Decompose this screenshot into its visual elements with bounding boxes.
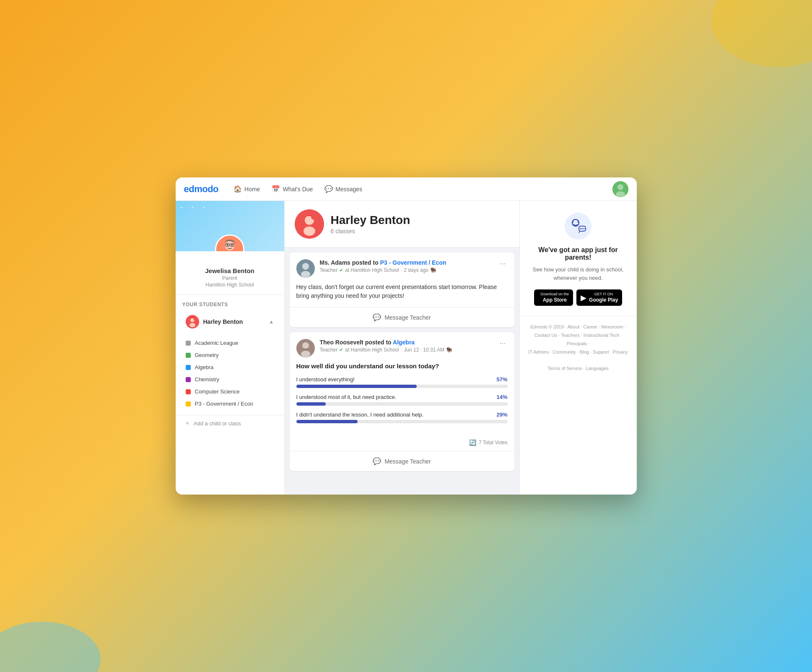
sidebar-avatar: [215, 234, 244, 251]
app-promo-desc: See how your child is doing in school, w…: [528, 266, 628, 282]
poll-bar-fill-3: [296, 420, 358, 423]
class-label-geometry: Geometry: [195, 352, 219, 358]
poll-option-2: I understood most of it, but need practi…: [296, 394, 508, 406]
post-title-1: Ms. Adams posted to P3 - Government / Ec…: [320, 259, 493, 266]
nav-link-home[interactable]: 🏠 Home: [228, 182, 265, 196]
app-store-name: App Store: [541, 297, 569, 304]
sidebar-section-students: Your Students Harley Benton ▲: [176, 294, 284, 335]
app-promo-icon: [565, 213, 591, 240]
footer-link-support[interactable]: Support: [593, 349, 609, 354]
message-icon-2: 💬: [373, 457, 381, 465]
app-promo: We've got an app just for parents! See h…: [520, 201, 637, 316]
google-play-badge[interactable]: ▶ GET IT ON Google Play: [576, 289, 622, 306]
posted-to-label-2: posted to: [365, 339, 393, 346]
svg-point-21: [301, 271, 310, 278]
class-item-academic-league[interactable]: Academic League: [182, 337, 278, 349]
poll-container: How well did you understand our lesson t…: [290, 362, 514, 436]
footer-link-about[interactable]: About: [567, 324, 579, 329]
teacher-school-2: at Hamilton High School: [345, 347, 399, 353]
svg-point-27: [578, 221, 579, 223]
footer-link-teachers[interactable]: Teachers: [561, 333, 580, 338]
calendar-icon: 📅: [272, 185, 280, 193]
post-time-2: Jun 12 · 10:31 AM: [404, 347, 444, 353]
user-avatar[interactable]: [612, 181, 628, 197]
poll-bar-track-2: [296, 402, 508, 406]
poll-option-row-2: I understood most of it, but need practi…: [296, 394, 508, 400]
poll-option-label-2: I understood most of it, but need practi…: [296, 394, 397, 400]
student-row-harley[interactable]: Harley Benton ▲: [182, 312, 278, 332]
profile-header-info: Harley Benton 6 classes: [331, 214, 410, 234]
app-store-sublabel: Download on the: [541, 292, 569, 297]
right-panel: We've got an app just for parents! See h…: [519, 201, 637, 495]
footer-link-itadmins[interactable]: IT Admins: [528, 349, 549, 354]
post-meta-1: Ms. Adams posted to P3 - Government / Ec…: [320, 259, 493, 273]
sidebar-username: Jewelisa Benton: [182, 267, 278, 274]
footer-link-languages[interactable]: Languages: [586, 366, 608, 371]
footer-link-principals[interactable]: Principals: [567, 341, 587, 346]
footer-link-instrtech[interactable]: Instructional Tech: [584, 333, 619, 338]
footer-link-community[interactable]: Community: [553, 349, 576, 354]
app-window: edmodo 🏠 Home 📅 What's Due 💬 Messages: [176, 177, 637, 495]
poll-option-row-3: I didn't understand the lesson, I need a…: [296, 412, 508, 418]
poll-option-label-1: I understood everything!: [296, 376, 355, 383]
teacher-name-1: Ms. Adams: [320, 259, 350, 266]
sidebar-school: Hamilton High School: [182, 282, 278, 288]
post-separator-1: ·: [401, 267, 402, 273]
poll-question: How well did you understand our lesson t…: [296, 362, 508, 370]
teacher-name-2: Theo Roosevelt: [320, 339, 363, 346]
nav-link-messages[interactable]: 💬 Messages: [319, 182, 367, 196]
footer-link-terms[interactable]: Terms of Service: [547, 366, 582, 371]
class-dot-chemistry: [186, 377, 191, 382]
post-avatar-theo: [296, 339, 315, 357]
post-card-1: Ms. Adams posted to P3 - Government / Ec…: [290, 253, 514, 327]
class-item-chemistry[interactable]: Chemistry: [182, 373, 278, 385]
footer-link-career[interactable]: Career: [583, 324, 597, 329]
student-avatar-small: [186, 315, 199, 328]
class-item-gov[interactable]: P3 - Government / Econ: [182, 398, 278, 410]
footer-link-newsroom[interactable]: Newsroom: [601, 324, 623, 329]
post-body-1: Hey class, don't forget our current even…: [290, 283, 514, 307]
class-dot-algebra: [186, 365, 191, 370]
app-store-badge[interactable]: Download on the App Store: [534, 289, 573, 306]
svg-point-24: [301, 351, 310, 357]
post-menu-1[interactable]: ···: [498, 259, 507, 268]
class-name-1: P3 - Government / Econ: [380, 259, 446, 266]
add-class-button[interactable]: + Add a child or class: [176, 415, 284, 431]
messages-icon: 💬: [324, 185, 333, 193]
svg-point-26: [573, 221, 574, 223]
add-class-label: Add a child or class: [194, 420, 241, 427]
class-label-academic: Academic League: [195, 340, 239, 346]
nav-link-home-label: Home: [244, 186, 260, 193]
poll-bar-fill-1: [296, 385, 417, 388]
post-menu-2[interactable]: ···: [498, 339, 507, 348]
profile-header-name: Harley Benton: [331, 214, 410, 227]
teacher-role-1: Teacher: [320, 267, 338, 273]
poll-option-pct-3: 29%: [496, 412, 507, 418]
class-item-cs[interactable]: Computer Science: [182, 385, 278, 398]
class-label-cs: Computer Science: [195, 388, 240, 395]
message-teacher-btn-1[interactable]: 💬 Message Teacher: [290, 307, 514, 327]
class-list: Academic League Geometry Algebra Chemist…: [176, 335, 284, 412]
teacher-role-2: Teacher: [320, 347, 338, 353]
profile-header-classes: 6 classes: [331, 228, 410, 234]
nav-link-whatsdue-label: What's Due: [283, 186, 313, 193]
footer-link-contact[interactable]: Contact Us: [534, 333, 557, 338]
class-item-geometry[interactable]: Geometry: [182, 349, 278, 361]
post-avatar-ms-adams: [296, 259, 315, 278]
svg-point-31: [584, 228, 585, 229]
google-play-sublabel: GET IT ON: [589, 292, 618, 297]
plus-icon: +: [186, 419, 189, 427]
message-teacher-btn-2[interactable]: 💬 Message Teacher: [290, 451, 514, 471]
svg-point-17: [304, 227, 315, 236]
footer-link-blog[interactable]: Blog: [580, 349, 589, 354]
class-item-algebra[interactable]: Algebra: [182, 361, 278, 373]
sidebar: Jewelisa Benton Parent Hamilton High Sch…: [176, 201, 285, 495]
student-name: Harley Benton: [203, 318, 265, 325]
sidebar-user-info: Jewelisa Benton Parent Hamilton High Sch…: [176, 267, 284, 294]
class-label-gov: P3 - Government / Econ: [195, 401, 253, 407]
svg-point-1: [617, 184, 623, 190]
poll-option-3: I didn't understand the lesson, I need a…: [296, 412, 508, 423]
post-separator-2: ·: [401, 347, 402, 353]
footer-link-privacy[interactable]: Privacy: [613, 349, 628, 354]
nav-link-whatsdue[interactable]: 📅 What's Due: [267, 182, 318, 196]
